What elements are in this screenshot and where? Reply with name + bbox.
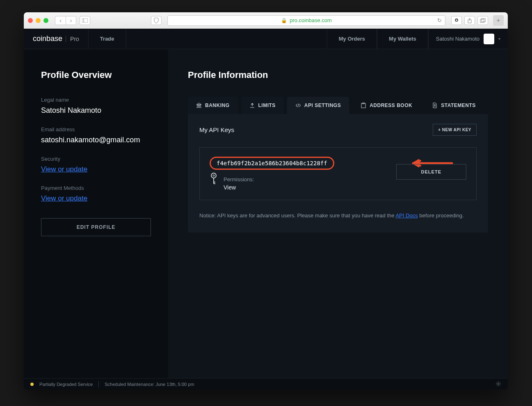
address-bar[interactable]: 🔒 pro.coinbase.com ↻	[167, 15, 445, 26]
upload-icon	[249, 103, 255, 108]
payment-link[interactable]: View or update	[41, 194, 151, 203]
svg-rect-0	[82, 18, 88, 23]
close-window-button[interactable]	[28, 18, 33, 23]
privacy-shield-button[interactable]	[151, 16, 162, 25]
panel-header: My API Keys + NEW API KEY	[199, 124, 477, 136]
svg-point-11	[498, 383, 499, 385]
settings-gear-icon[interactable]	[495, 381, 501, 388]
api-key-value: f4efb69f2b2a1e586b23604b8c1228ff	[210, 157, 334, 170]
sidebar: Profile Overview Legal name Satoshi Naka…	[24, 49, 168, 378]
app-body: Profile Overview Legal name Satoshi Naka…	[24, 49, 508, 378]
clipboard-icon	[361, 103, 366, 108]
browser-toolbar: ‹ › 🔒 pro.coinbase.com ↻ +	[24, 12, 508, 29]
permissions-label: Permissions:	[224, 176, 254, 182]
app-header: coinbase Pro Trade My Orders My Wallets …	[24, 29, 508, 49]
api-panel: My API Keys + NEW API KEY f4efb69f2b2a1e…	[188, 114, 488, 233]
nav-my-orders[interactable]: My Orders	[327, 29, 377, 49]
edit-profile-button[interactable]: EDIT PROFILE	[41, 218, 151, 236]
payment-label: Payment Methods	[41, 185, 151, 191]
downloads-button[interactable]	[451, 16, 462, 25]
url-text: pro.coinbase.com	[290, 17, 332, 23]
forward-button[interactable]: ›	[66, 16, 76, 25]
security-link[interactable]: View or update	[41, 165, 151, 173]
panel-title: My API Keys	[199, 126, 234, 133]
security-label: Security	[41, 156, 151, 162]
svg-rect-6	[361, 103, 365, 108]
notice-text: Notice: API keys are for advanced users.…	[199, 212, 477, 220]
minimize-window-button[interactable]	[36, 18, 41, 23]
api-docs-link[interactable]: API Docs	[395, 212, 418, 219]
back-button[interactable]: ‹	[55, 16, 66, 25]
tab-limits[interactable]: LIMITS	[241, 97, 284, 114]
legal-name-label: Legal name	[41, 97, 151, 103]
main-content: Profile Information BANKING LIMITS API S…	[168, 49, 508, 378]
new-tab-button[interactable]: +	[493, 15, 504, 26]
share-button[interactable]	[464, 16, 475, 25]
new-api-key-button[interactable]: + NEW API KEY	[433, 124, 477, 136]
nav-trade[interactable]: Trade	[88, 29, 126, 49]
tab-address-book[interactable]: ADDRESS BOOK	[352, 97, 420, 114]
tab-banking[interactable]: BANKING	[188, 97, 238, 114]
chevron-down-icon: ▾	[498, 36, 500, 41]
status-indicator-icon	[30, 383, 34, 386]
svg-point-8	[211, 173, 216, 178]
sidebar-title: Profile Overview	[41, 70, 151, 80]
tab-api-settings[interactable]: API SETTINGS	[287, 97, 349, 114]
avatar	[484, 34, 494, 44]
window-controls	[28, 18, 48, 23]
status-service: Partially Degraded Service	[39, 382, 93, 387]
bank-icon	[196, 103, 202, 108]
email-value: satoshi.nakamoto@gmail.com	[41, 136, 151, 144]
maximize-window-button[interactable]	[43, 18, 48, 23]
status-bar: Partially Degraded Service Scheduled Mai…	[24, 378, 508, 390]
nav-group: ‹ ›	[55, 16, 76, 25]
browser-window: ‹ › 🔒 pro.coinbase.com ↻ +	[24, 12, 508, 390]
reload-button[interactable]: ↻	[437, 17, 442, 23]
legal-name-value: Satoshi Nakamoto	[41, 106, 151, 115]
user-menu[interactable]: Satoshi Nakamoto ▾	[428, 29, 508, 49]
email-label: Email address	[41, 126, 151, 132]
code-icon	[295, 103, 301, 108]
permissions-value: View	[224, 184, 254, 191]
nav-my-wallets[interactable]: My Wallets	[377, 29, 428, 49]
sidebar-toggle-button[interactable]	[80, 16, 90, 25]
svg-rect-4	[480, 19, 484, 23]
brand-text: coinbase	[33, 34, 62, 43]
brand-logo[interactable]: coinbase Pro	[24, 29, 88, 49]
lock-icon: 🔒	[281, 18, 287, 23]
api-key-card: f4efb69f2b2a1e586b23604b8c1228ff Permiss…	[199, 147, 477, 200]
page-title: Profile Information	[188, 70, 488, 80]
tabs: BANKING LIMITS API SETTINGS ADDRESS BOOK…	[188, 97, 488, 114]
key-icon	[210, 172, 218, 187]
tab-statements[interactable]: STATEMENTS	[424, 97, 484, 114]
brand-suffix: Pro	[66, 36, 79, 42]
document-icon	[432, 103, 438, 108]
user-name: Satoshi Nakamoto	[436, 36, 479, 42]
toolbar-right	[451, 16, 488, 25]
tabs-button[interactable]	[477, 16, 488, 25]
delete-button[interactable]: DELETE	[396, 164, 466, 180]
svg-rect-5	[482, 18, 485, 22]
status-maintenance: Scheduled Maintenance: June 13th, 5:00 p…	[105, 382, 194, 387]
svg-point-9	[213, 175, 215, 176]
